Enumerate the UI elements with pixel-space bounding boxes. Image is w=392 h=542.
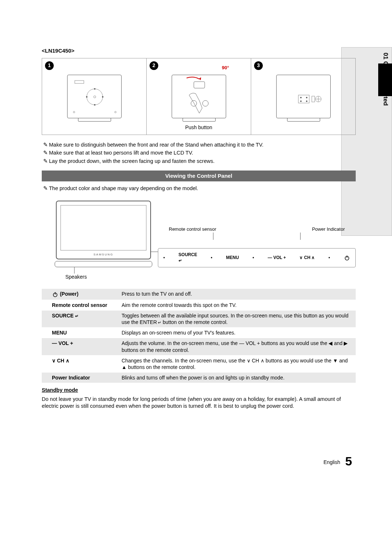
- assembly-step-3: 3: [251, 58, 355, 135]
- row-desc: Blinks and turns off when the power is o…: [118, 373, 356, 383]
- svg-point-13: [300, 97, 302, 98]
- power-indicator-callout: Power Indicator: [312, 226, 345, 233]
- row-desc: Aim the remote control towards this spot…: [118, 300, 356, 310]
- vol-button-label: — VOL +: [268, 255, 286, 261]
- note-2-text: Make sure that at least two persons lift…: [49, 149, 193, 156]
- svg-text:SAMSUNG: SAMSUNG: [94, 253, 113, 256]
- table-row: Remote control sensor Aim the remote con…: [42, 300, 356, 310]
- svg-rect-22: [61, 205, 146, 250]
- dot: •: [328, 255, 330, 261]
- power-icon: [52, 291, 60, 297]
- caution-note-1: ✎ Make sure to distinguish between the f…: [42, 141, 356, 148]
- power-icon: [344, 255, 350, 261]
- row-desc: Changes the channels. In the on-screen m…: [118, 355, 356, 372]
- step-badge-2: 2: [150, 61, 158, 70]
- svg-point-1: [94, 96, 96, 98]
- hand-writing-icon: ✎: [42, 185, 49, 192]
- row-name-power: (Power): [42, 289, 118, 300]
- svg-rect-9: [194, 82, 205, 88]
- svg-point-15: [300, 100, 302, 102]
- enter-icon: ↵: [75, 314, 78, 318]
- tv-rear-illustration: [67, 75, 122, 118]
- table-row: MENU Displays an on-screen menu of your …: [42, 328, 356, 338]
- angle-label: 90°: [222, 65, 229, 71]
- table-row: ∨ CH ∧ Changes the channels. In the on-s…: [42, 355, 356, 372]
- dot: •: [253, 255, 254, 261]
- dot: •: [211, 255, 212, 261]
- model-variation-text: The product color and shape may vary dep…: [49, 185, 198, 192]
- row-desc: Press to turn the TV on and off.: [118, 289, 356, 300]
- svg-rect-17: [312, 96, 315, 102]
- assembly-step-2: 2 90° Push button: [147, 58, 251, 135]
- svg-point-11: [203, 100, 208, 106]
- remote-sensor-callout: Remote control sensor: [169, 226, 216, 233]
- footer-language: English: [323, 459, 340, 465]
- row-desc: Adjusts the volume. In the on-screen men…: [118, 338, 356, 355]
- svg-point-2: [86, 96, 87, 98]
- caution-note-2: ✎ Make sure that at least two persons li…: [42, 149, 356, 156]
- svg-point-10: [191, 100, 197, 106]
- note-1-text: Make sure to distinguish between the fro…: [49, 141, 264, 148]
- row-desc: Displays an on-screen menu of your TV's …: [118, 328, 356, 338]
- table-row: SOURCE ↵ Toggles between all the availab…: [42, 310, 356, 327]
- ch-button-label: ∨ CH ∧: [299, 255, 315, 261]
- step-badge-1: 1: [45, 61, 54, 70]
- svg-point-5: [94, 104, 95, 106]
- speakers-label: Speakers: [65, 274, 87, 280]
- control-panel-figure: SAMSUNG Speakers Remote control sensor P…: [42, 197, 356, 284]
- page-number: 5: [345, 454, 352, 468]
- table-row: — VOL + Adjusts the volume. In the on-sc…: [42, 338, 356, 355]
- standby-mode-heading: Standby mode: [42, 387, 356, 394]
- svg-rect-24: [55, 261, 152, 267]
- row-desc: Toggles between all the available input …: [118, 310, 356, 327]
- enter-icon: ↵: [157, 320, 161, 325]
- assembly-step-1: 1: [42, 58, 147, 135]
- svg-rect-6: [75, 81, 84, 83]
- svg-point-4: [94, 88, 95, 90]
- page-footer: English 5: [42, 453, 356, 469]
- hand-writing-icon: ✎: [42, 141, 49, 148]
- enter-icon: ↵: [179, 258, 182, 263]
- svg-point-14: [306, 97, 307, 98]
- section-title: Viewing the Control Panel: [42, 171, 356, 181]
- control-panel-labels: Remote control sensor Power Indicator • …: [158, 226, 356, 267]
- row-name: MENU: [42, 328, 118, 338]
- hand-writing-icon: ✎: [42, 149, 49, 156]
- svg-point-0: [87, 89, 103, 105]
- dot-indicator: •: [163, 255, 165, 261]
- caution-note-3: ✎ Lay the product down, with the screen …: [42, 158, 356, 165]
- model-variation-note: ✎ The product color and shape may vary d…: [42, 185, 356, 192]
- control-panel-table: (Power) Press to turn the TV on and off.…: [42, 289, 356, 383]
- svg-point-16: [306, 100, 307, 102]
- table-row: (Power) Press to turn the TV on and off.: [42, 289, 356, 300]
- step-badge-3: 3: [254, 61, 263, 70]
- control-button-strip: • SOURCE ↵ • MENU • — VOL + ∨ CH ∧ •: [158, 248, 356, 267]
- push-button-label: Push button: [147, 124, 251, 131]
- table-row: Power Indicator Blinks and turns off whe…: [42, 373, 356, 383]
- svg-point-8: [114, 111, 116, 112]
- svg-point-3: [102, 96, 103, 98]
- row-name: Remote control sensor: [42, 300, 118, 310]
- row-name: ∨ CH ∧: [42, 355, 118, 372]
- standby-mode-body: Do not leave your TV in standby mode for…: [42, 396, 356, 410]
- tv-stand-attach-illustration: [172, 75, 226, 118]
- hand-writing-icon: ✎: [42, 158, 49, 165]
- svg-rect-12: [298, 95, 309, 103]
- tv-rear-screws-illustration: [276, 75, 331, 118]
- row-name-source: SOURCE ↵: [42, 310, 118, 327]
- stand-assembly-figures: 1 2 90°: [42, 58, 356, 135]
- menu-button-label: MENU: [226, 255, 239, 261]
- row-name: Power Indicator: [42, 373, 118, 383]
- row-name: — VOL +: [42, 338, 118, 355]
- svg-point-7: [73, 111, 74, 112]
- source-button-label: SOURCE ↵: [179, 252, 197, 263]
- note-3-text: Lay the product down, with the screen fa…: [49, 158, 215, 165]
- model-title: <LN19C450>: [42, 47, 356, 54]
